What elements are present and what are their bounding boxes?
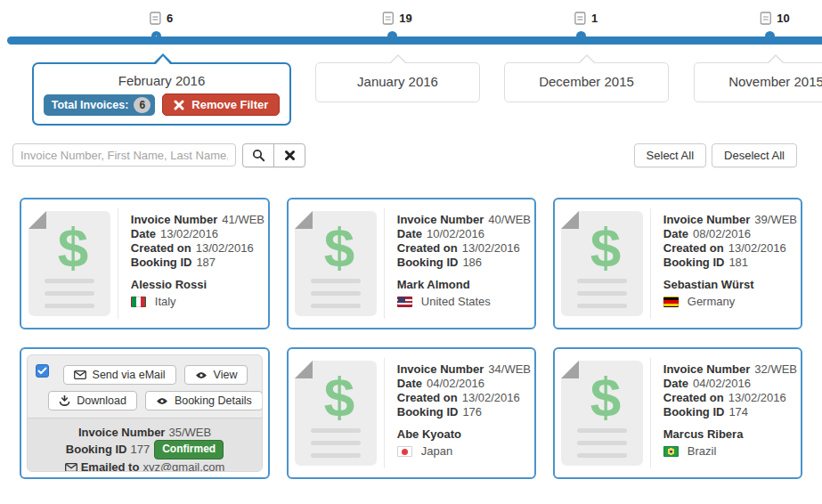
month-card-december[interactable]: December 2015	[504, 62, 669, 102]
svg-text:$: $	[590, 366, 621, 427]
timeline-node-january[interactable]	[387, 31, 397, 41]
timeline-bar	[7, 37, 822, 45]
view-button[interactable]: View	[184, 365, 248, 385]
invoice-card[interactable]: $ Invoice Number40/WEB Date10/02/2016 Cr…	[287, 198, 536, 329]
created-on-label: Created on	[397, 241, 458, 255]
date-label: Date	[663, 227, 688, 240]
svg-text:$: $	[324, 216, 354, 278]
month-card-november[interactable]: November 2015	[694, 62, 822, 102]
booking-details-button[interactable]: Booking Details	[145, 391, 263, 411]
invoice-document-icon: $	[295, 361, 377, 466]
invoice-number-value: 34/WEB	[488, 362, 531, 376]
customer-name: Sebastian Würst	[663, 278, 797, 292]
invoice-number-label: Invoice Number	[663, 213, 751, 226]
remove-filter-label: Remove Filter	[191, 98, 268, 111]
country-flag-icon	[663, 446, 679, 457]
invoice-number-label: Invoice Number	[663, 362, 751, 376]
view-label: View	[214, 369, 238, 381]
invoice-number-label: Invoice Number	[131, 213, 218, 226]
search-button[interactable]	[242, 143, 274, 167]
booking-id-label: Booking ID	[663, 256, 725, 269]
invoice-grid: $ Invoice Number41/WEB Date13/02/2016 Cr…	[20, 198, 802, 479]
country-name: Italy	[155, 295, 176, 309]
document-count-icon	[150, 12, 161, 25]
invoice-number-value: 39/WEB	[754, 213, 797, 226]
select-checkbox[interactable]	[36, 364, 49, 378]
country-name: Germany	[688, 295, 735, 309]
booking-id-value: 187	[196, 256, 216, 269]
month-title: January 2016	[316, 74, 479, 89]
document-count-icon	[760, 12, 771, 25]
document-count-icon	[574, 12, 586, 25]
invoice-card-expanded[interactable]: Send via eMail View Download	[20, 347, 270, 479]
invoice-number-value: 40/WEB	[488, 213, 531, 226]
month-notch	[389, 54, 407, 63]
eye-icon	[195, 371, 208, 379]
invoice-actions: Send via eMail View Download	[28, 355, 262, 418]
customer-name: Mark Almond	[397, 278, 531, 292]
month-card-january[interactable]: January 2016	[315, 62, 480, 102]
created-on-label: Created on	[131, 241, 191, 255]
invoice-number-value: 41/WEB	[222, 213, 265, 226]
invoice-number-label: Invoice Number	[397, 213, 484, 226]
status-badge: Confirmed	[154, 440, 224, 459]
invoice-card[interactable]: $ Invoice Number41/WEB Date13/02/2016 Cr…	[20, 198, 270, 329]
check-icon	[37, 367, 47, 375]
timeline-count-jan: 19	[382, 12, 411, 25]
month-title: February 2016	[34, 73, 289, 88]
booking-id-label: Booking ID	[397, 405, 459, 419]
created-on-value: 13/02/2016	[462, 391, 520, 404]
customer-name: Alessio Rossi	[131, 278, 265, 292]
download-button[interactable]: Download	[48, 391, 137, 411]
month-notch	[153, 53, 173, 63]
invoice-card[interactable]: $ Invoice Number34/WEB Date04/02/2016 Cr…	[287, 347, 536, 479]
booking-id-value: 176	[462, 405, 482, 419]
booking-id-label: Booking ID	[66, 443, 127, 456]
invoice-thumbnail: $	[289, 199, 384, 328]
created-on-value: 13/02/2016	[462, 241, 520, 255]
send-email-label: Send via eMail	[93, 369, 166, 381]
remove-filter-button[interactable]: Remove Filter	[162, 93, 280, 116]
invoice-details: Invoice Number32/WEB Date04/02/2016 Crea…	[650, 358, 801, 468]
date-label: Date	[663, 377, 688, 390]
search-input[interactable]	[12, 143, 236, 167]
booking-id-label: Booking ID	[131, 256, 192, 269]
created-on-label: Created on	[397, 391, 458, 404]
clear-search-button[interactable]	[273, 143, 305, 167]
envelope-icon	[65, 463, 77, 472]
timeline-node-december[interactable]	[576, 31, 586, 41]
booking-id-value: 177	[130, 443, 150, 456]
invoice-document-icon: $	[561, 211, 643, 316]
invoice-card[interactable]: $ Invoice Number39/WEB Date08/02/2016 Cr…	[553, 198, 802, 329]
timeline-node-november[interactable]	[765, 31, 775, 41]
booking-id-label: Booking ID	[663, 405, 725, 419]
date-value: 04/02/2016	[427, 377, 484, 390]
month-card-february[interactable]: February 2016 Total Invoices: 6 Remove F…	[32, 62, 291, 126]
created-on-label: Created on	[663, 391, 724, 404]
booking-id-label: Booking ID	[397, 256, 459, 269]
select-all-button[interactable]: Select All	[634, 143, 706, 167]
invoice-details: Invoice Number41/WEB Date13/02/2016 Crea…	[118, 208, 268, 319]
date-value: 04/02/2016	[693, 377, 751, 390]
emailed-to-label: Emailed to	[81, 460, 140, 472]
country-name: Japan	[421, 444, 452, 459]
timeline-count-value: 10	[777, 12, 789, 25]
created-on-value: 13/02/2016	[196, 241, 254, 255]
created-on-value: 13/02/2016	[728, 241, 786, 255]
booking-id-value: 174	[728, 405, 748, 419]
x-icon	[174, 100, 184, 110]
search-icon	[252, 149, 265, 162]
emailed-to-value: xyz@gmail.com	[142, 460, 224, 472]
send-email-button[interactable]: Send via eMail	[63, 365, 176, 385]
download-label: Download	[77, 394, 126, 407]
date-value: 08/02/2016	[693, 227, 751, 240]
invoice-document-icon: $	[561, 361, 643, 466]
total-invoices-badge: Total Invoices: 6	[44, 94, 156, 116]
country-name: United States	[421, 295, 491, 309]
timeline-node-february[interactable]	[151, 31, 161, 41]
country-flag-icon	[131, 297, 146, 307]
customer-name: Abe Kyoato	[397, 427, 531, 442]
deselect-all-button[interactable]: Deselect All	[712, 143, 797, 167]
date-label: Date	[397, 227, 422, 240]
invoice-card[interactable]: $ Invoice Number32/WEB Date04/02/2016 Cr…	[553, 347, 802, 479]
